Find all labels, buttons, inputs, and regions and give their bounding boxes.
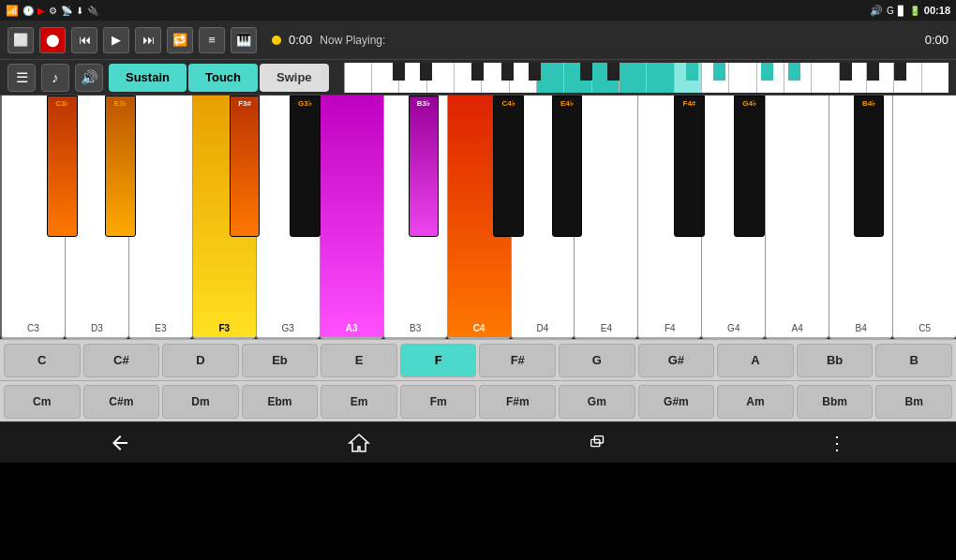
clock-icon: 🕐 — [22, 6, 34, 16]
key-F4sharp[interactable]: F4# — [674, 96, 705, 237]
chord-G[interactable]: G — [559, 344, 635, 377]
chord-Am[interactable]: Am — [717, 385, 794, 419]
key-G4sharp[interactable]: G4♭ — [734, 96, 765, 237]
midi-button[interactable]: 🎹 — [231, 27, 257, 53]
key-G3sharp[interactable]: G3♭ — [290, 96, 321, 237]
back-button[interactable] — [92, 426, 148, 460]
chord-A[interactable]: A — [717, 344, 794, 377]
key-E4[interactable]: E4 — [574, 96, 637, 339]
minor-chord-row: Cm C#m Dm Ebm Em Fm F#m Gm G#m Am Bbm Bm — [0, 380, 956, 421]
chord-Gm[interactable]: Gm — [559, 385, 635, 419]
chord-row: C C# D Eb E F F# G G# A Bb B — [0, 339, 956, 380]
chord-Ebm[interactable]: Ebm — [242, 385, 319, 419]
chord-E[interactable]: E — [321, 344, 397, 377]
touch-mode-button[interactable]: Touch — [188, 64, 258, 92]
chord-Fsharp[interactable]: F# — [479, 344, 556, 377]
key-F3sharp[interactable]: F3# — [230, 96, 261, 237]
wifi-icon: 📡 — [61, 6, 72, 16]
key-Bb4[interactable]: B4♭ — [854, 96, 885, 237]
status-icons-left: 📶 🕐 ▶ ⚙ 📡 ⬇ 🔌 — [6, 5, 98, 17]
signal-text: G — [887, 6, 894, 16]
now-playing-label: Now Playing: — [320, 34, 385, 47]
chord-Bbm[interactable]: Bbm — [797, 385, 874, 419]
key-A4[interactable]: A4 — [765, 96, 829, 339]
toolbar: ⬜ ⬤ ⏮ ▶ ⏭ 🔁 ≡ 🎹 0:00 Now Playing: 0:00 — [0, 21, 956, 60]
chord-Fsharp-m[interactable]: F#m — [479, 385, 556, 419]
chord-F[interactable]: F — [400, 344, 477, 377]
time-display-area: 0:00 Now Playing: — [272, 33, 385, 47]
chord-Bm[interactable]: Bm — [875, 385, 952, 419]
key-A3[interactable]: A3 — [320, 96, 383, 339]
equalizer-button[interactable]: ≡ — [199, 27, 225, 53]
mini-keyboard — [344, 63, 949, 93]
recent-apps-button[interactable] — [570, 426, 626, 460]
piano-keys: C3 D3 E3 F3 G3 A3 B3 C4 D4 E4 F4 G4 A4 B… — [0, 96, 956, 339]
chord-Csharp-m[interactable]: C#m — [83, 385, 160, 419]
key-Eb4[interactable]: E4♭ — [552, 96, 583, 237]
metronome-button[interactable]: ♪ — [41, 64, 69, 92]
chord-Bb[interactable]: Bb — [797, 344, 874, 377]
key-C4sharp[interactable]: C4♭ — [493, 96, 524, 237]
chord-Gsharp-m[interactable]: G#m — [638, 385, 715, 419]
piano-container: C3 D3 E3 F3 G3 A3 B3 C4 D4 E4 F4 G4 A4 B… — [0, 96, 956, 339]
key-C5[interactable]: C5 — [892, 96, 956, 339]
loop-button[interactable]: 🔁 — [167, 27, 193, 53]
chord-Em[interactable]: Em — [321, 385, 397, 419]
home-button[interactable] — [331, 426, 387, 460]
menu-button[interactable]: ☰ — [7, 64, 36, 92]
play-button[interactable]: ▶ — [103, 27, 129, 53]
key-Bb3[interactable]: B3♭ — [409, 96, 440, 237]
chord-Fm[interactable]: Fm — [400, 385, 477, 419]
time-start: 0:00 — [289, 33, 312, 47]
signal-icon: ▊ — [898, 6, 905, 16]
key-E3[interactable]: E3 — [128, 96, 192, 339]
time-end: 0:00 — [925, 33, 949, 47]
youtube-icon: ▶ — [37, 6, 45, 16]
key-Eb3[interactable]: E3♭ — [105, 96, 136, 237]
fastforward-button[interactable]: ⏭ — [135, 27, 161, 53]
volume-button[interactable]: 🔊 — [75, 64, 103, 92]
chord-Cm[interactable]: Cm — [4, 385, 81, 419]
antenna-icon: 📶 — [6, 5, 19, 17]
chord-Csharp[interactable]: C# — [83, 344, 160, 377]
usb-icon: 🔌 — [87, 6, 98, 16]
controls-bar: ☰ ♪ 🔊 Sustain Touch Swipe — [0, 60, 956, 96]
yellow-dot — [272, 36, 281, 45]
more-button[interactable]: ⋮ — [809, 426, 865, 460]
record-button[interactable]: ⬤ — [39, 27, 66, 53]
key-C3sharp[interactable]: C3♭ — [47, 96, 78, 237]
bottom-nav: ⋮ — [0, 421, 956, 463]
sustain-mode-button[interactable]: Sustain — [109, 64, 187, 92]
chord-C[interactable]: C — [4, 344, 81, 377]
rewind-button[interactable]: ⏮ — [71, 27, 97, 53]
volume-icon: 🔊 — [870, 5, 883, 17]
mode-buttons: Sustain Touch Swipe — [109, 64, 329, 92]
chord-Eb[interactable]: Eb — [242, 344, 319, 377]
battery-icon: 🔋 — [909, 6, 920, 16]
time-display: 00:18 — [924, 5, 950, 16]
status-icons-right: 🔊 G ▊ 🔋 00:18 — [870, 5, 950, 17]
settings-icon: ⚙ — [49, 6, 57, 16]
stop-button[interactable]: ⬜ — [7, 27, 34, 53]
chord-D[interactable]: D — [162, 344, 239, 377]
status-bar: 📶 🕐 ▶ ⚙ 📡 ⬇ 🔌 🔊 G ▊ 🔋 00:18 — [0, 0, 956, 21]
chord-Dm[interactable]: Dm — [162, 385, 239, 419]
download-icon: ⬇ — [76, 6, 83, 16]
chord-B[interactable]: B — [875, 344, 952, 377]
chord-Gsharp[interactable]: G# — [638, 344, 715, 377]
swipe-mode-button[interactable]: Swipe — [260, 64, 329, 92]
